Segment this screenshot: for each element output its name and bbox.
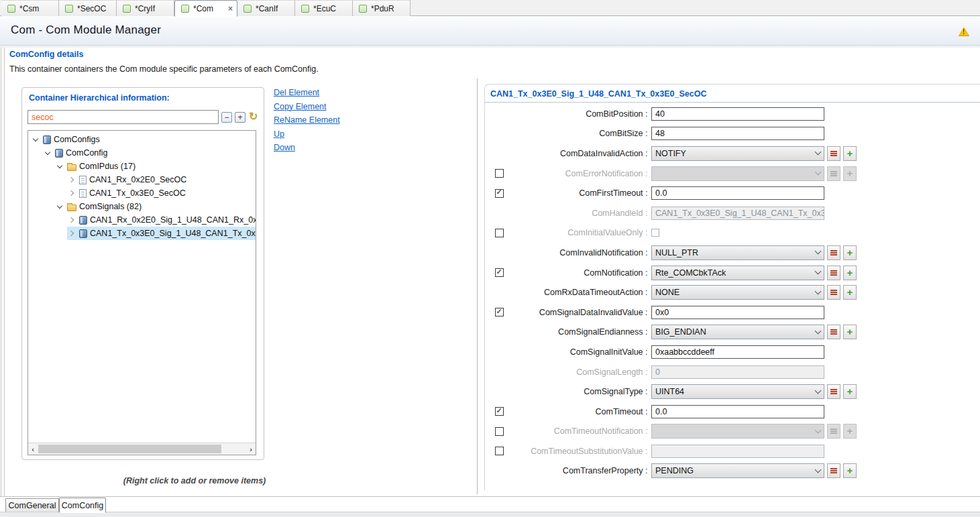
chevron-right-icon[interactable] [67, 178, 76, 182]
choose-list-button[interactable] [827, 463, 840, 478]
sync-icon[interactable]: ↻ [249, 110, 258, 123]
choose-list-button[interactable] [827, 245, 840, 260]
field-label: ComSignalLength [504, 367, 650, 377]
enable-checkbox-cominitialvalueonly[interactable] [495, 229, 504, 237]
collapse-all-icon[interactable]: − [221, 112, 232, 123]
enable-checkbox-comtimeoutnotification[interactable] [495, 427, 504, 436]
tree-item-comsignals-82[interactable]: ComSignals (82) [28, 200, 256, 213]
module-icon [43, 135, 51, 144]
add-button[interactable]: + [843, 266, 857, 280]
text-input-comtimeout[interactable]: 0.0 [651, 405, 824, 418]
enable-checkbox-comtimeout[interactable] [495, 407, 504, 416]
tree-item-can1-tx-0x3e0-sig-1-u48-can1-tx-0x3e0[interactable]: CAN1_Tx_0x3E0_Sig_1_U48_CAN1_Tx_0x3E0_ [28, 227, 256, 240]
tree-item-comconfigs[interactable]: ComConfigs [28, 133, 256, 146]
text-input-combitsize[interactable]: 48 [651, 127, 824, 140]
chevron-right-icon[interactable] [67, 231, 76, 235]
tree-item-row: ComSignals (82) [55, 200, 256, 213]
chevron-down-icon[interactable] [55, 166, 64, 168]
field-label: ComHandleId [504, 209, 650, 218]
scroll-left-icon[interactable]: ‹ [28, 443, 38, 455]
chevron-down-icon [815, 248, 822, 255]
enable-checkbox-comnotification[interactable] [495, 268, 504, 277]
enable-checkbox-comfirsttimeout[interactable] [495, 189, 504, 198]
add-button[interactable]: + [843, 146, 857, 161]
field-label: ComSignalEndianness [504, 327, 650, 337]
tree-item-label: CAN1_Tx_0x3E0_Sig_1_U48_CAN1_Tx_0x3E0_ [90, 229, 256, 238]
editor-tab-csm[interactable]: *Csm [1, 0, 59, 16]
chevron-down-icon[interactable] [43, 152, 52, 154]
field-row-comdatainvalidaction: ComDataInvalidActionNOTIFY+ [485, 143, 980, 164]
dropdown-comnotification[interactable]: Rte_COMCbkTAck [651, 266, 824, 280]
list-icon [830, 428, 837, 434]
dropdown-cominvalidnotification[interactable]: NULL_PTR [651, 245, 824, 260]
choose-list-button[interactable] [827, 384, 840, 399]
tree-item-can1-rx-0x2e0-secoc[interactable]: CAN1_Rx_0x2E0_SecOC [28, 173, 256, 186]
enable-checkbox-comsignaldatainvalidvalue[interactable] [495, 308, 504, 317]
list-icon [830, 171, 837, 176]
field-control-cell: 0x0 [651, 306, 824, 319]
folder-icon [67, 205, 76, 211]
dropdown-comrxdatatimeoutaction[interactable]: NONE [651, 285, 824, 300]
tree-item-row: CAN1_Rx_0x2E0_Sig_1_U48_CAN1_Rx_0x2E0_ [67, 213, 256, 227]
up-link[interactable]: Up [274, 129, 340, 139]
chevron-down-icon [815, 169, 822, 176]
tree-item-comconfig[interactable]: ComConfig [28, 146, 256, 160]
editor-tab-secoc[interactable]: *SecOC [59, 0, 117, 16]
dropdown-comsignaltype[interactable]: UINT64 [651, 384, 824, 399]
choose-list-button[interactable] [827, 325, 840, 339]
add-button[interactable]: + [843, 245, 857, 260]
close-icon[interactable]: × [228, 5, 233, 13]
tree-item-comipdus-17[interactable]: ComIPdus (17) [28, 160, 256, 173]
choose-list-button[interactable] [827, 285, 840, 300]
tree-item-label: CAN1_Tx_0x3E0_SecOC [89, 188, 186, 198]
tree-item-row: CAN1_Tx_0x3E0_Sig_1_U48_CAN1_Tx_0x3E0_ [67, 227, 256, 240]
expand-all-icon[interactable]: + [235, 112, 246, 123]
tree-item-can1-rx-0x2e0-sig-1-u48-can1-rx-0x2e0[interactable]: CAN1_Rx_0x2E0_Sig_1_U48_CAN1_Rx_0x2E0_ [28, 213, 256, 227]
editor-tab-cryif[interactable]: *CryIf [117, 0, 174, 16]
choose-list-button[interactable] [827, 146, 840, 161]
search-input[interactable] [28, 110, 219, 124]
dropdown-value: BIG_ENDIAN [655, 327, 706, 337]
editor-tab-com[interactable]: *Com× [174, 0, 237, 17]
field-row-comsignaldatainvalidvalue: ComSignalDataInvalidValue0x0 [485, 302, 980, 323]
field-label: ComInvalidNotification [504, 248, 650, 257]
rename-element-link[interactable]: ReName Element [274, 115, 340, 125]
detail-title-rule [485, 102, 980, 103]
plus-icon: + [847, 268, 853, 278]
add-button[interactable]: + [843, 384, 857, 399]
chevron-down-icon [815, 288, 822, 294]
text-input-comfirsttimeout[interactable]: 0.0 [651, 186, 824, 200]
text-input-comsignaldatainvalidvalue[interactable]: 0x0 [651, 306, 824, 319]
bottom-tab-comgeneral[interactable]: ComGeneral [5, 498, 59, 512]
dropdown-comsignalendianness[interactable]: BIG_ENDIAN [651, 325, 824, 339]
copy-element-link[interactable]: Copy Element [274, 102, 340, 111]
scroll-right-icon[interactable]: › [246, 443, 256, 455]
add-button[interactable]: + [843, 463, 857, 478]
editor-tab-canif[interactable]: *CanIf [237, 0, 295, 16]
text-input-combitposition[interactable]: 40 [651, 107, 824, 121]
editor-tab-ecuc[interactable]: *EcuC [295, 0, 353, 16]
page-title: Com - Com Module Manager [0, 16, 980, 37]
choose-list-button[interactable] [827, 266, 840, 280]
del-element-link[interactable]: Del Element [274, 88, 340, 97]
enable-checkbox-comtimeoutsubstitutionvalue[interactable] [495, 447, 504, 455]
editor-tab-pdur[interactable]: *PduR [353, 0, 411, 16]
add-button[interactable]: + [843, 285, 857, 300]
choose-list-button [827, 166, 840, 181]
field-control-cell: 48 [651, 127, 824, 140]
horizontal-scrollbar[interactable]: ‹ › [28, 443, 256, 455]
chevron-down-icon[interactable] [55, 206, 64, 208]
text-input-comsignalinitvalue[interactable]: 0xaabbccddeeff [651, 345, 824, 359]
dropdown-comdatainvalidaction[interactable]: NOTIFY [651, 146, 824, 161]
scrollbar-thumb[interactable] [38, 445, 221, 453]
down-link[interactable]: Down [274, 143, 340, 152]
enable-checkbox-comerrornotification[interactable] [495, 169, 504, 178]
dropdown-comtransferproperty[interactable]: PENDING [651, 463, 824, 478]
add-button[interactable]: + [843, 325, 857, 339]
chevron-right-icon[interactable] [67, 191, 76, 195]
chevron-right-icon[interactable] [67, 218, 76, 222]
tree-item-can1-tx-0x3e0-secoc[interactable]: CAN1_Tx_0x3E0_SecOC [28, 186, 256, 200]
bottom-tab-comconfig[interactable]: ComConfig [59, 498, 106, 513]
chevron-down-icon[interactable] [31, 139, 40, 141]
field-control-cell [651, 424, 824, 439]
